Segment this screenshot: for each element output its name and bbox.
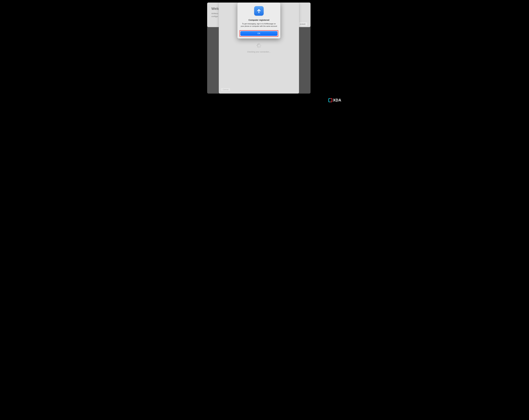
ok-button-highlight: OK <box>239 30 278 37</box>
xda-watermark: XDA <box>328 97 342 103</box>
welcome-sub-line1: AirMess <box>212 13 218 14</box>
screenshot-stage: Welc AirMess configur ended) Checking yo… <box>187 0 342 103</box>
xda-logo-icon <box>328 98 332 102</box>
loading-spinner-icon <box>256 43 261 48</box>
alert-title: Computer registered <box>239 19 278 21</box>
alert-body-text: To get messaging, sign in to AirMessage … <box>239 23 278 27</box>
arrow-up-icon <box>254 6 264 16</box>
recommended-button-fragment[interactable]: ended) <box>298 22 307 26</box>
ok-button[interactable]: OK <box>240 31 278 36</box>
connection-status-text: Checking your connection... <box>219 51 299 53</box>
xda-text: XDA <box>333 98 341 102</box>
cancel-button[interactable]: Cancel <box>221 88 230 91</box>
computer-registered-alert: Computer registered To get messaging, si… <box>238 2 280 39</box>
welcome-sub-line2: configur <box>212 15 218 17</box>
